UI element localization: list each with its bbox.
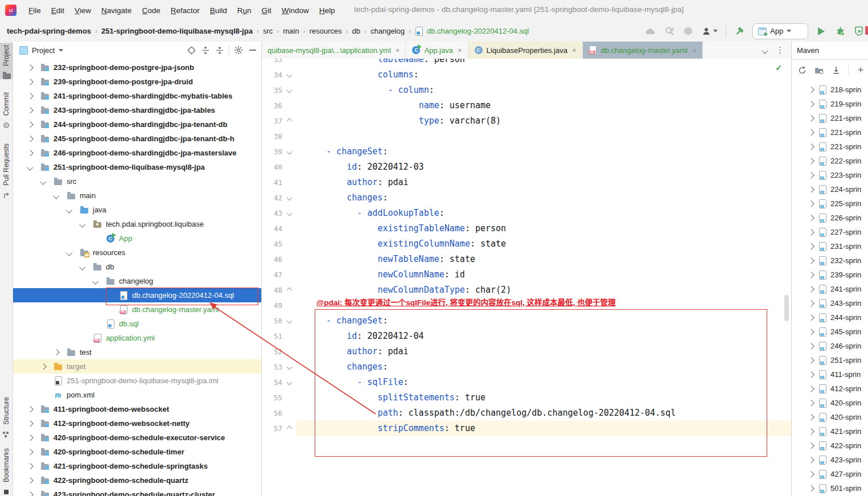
code-line[interactable]: 55 splitStatements: true — [262, 390, 791, 405]
tree-chevron-icon[interactable] — [807, 187, 818, 192]
tab-close-icon[interactable]: × — [572, 46, 577, 55]
code-line[interactable]: 56 path: classpath:/db/changelog/db.chan… — [262, 405, 791, 421]
menu-window[interactable]: Window — [277, 6, 314, 15]
code-line[interactable]: 43 - addLookupTable: — [262, 206, 791, 221]
fold-marker-icon[interactable] — [282, 88, 296, 92]
maven-reimport-icon[interactable] — [797, 65, 807, 75]
tab-close-icon[interactable]: × — [396, 46, 400, 55]
tree-chevron-icon[interactable] — [26, 80, 40, 84]
maven-add-project-icon[interactable]: + — [855, 65, 866, 75]
tree-chevron-icon[interactable] — [807, 244, 818, 249]
tree-item[interactable]: 241-springboot-demo-shardingjdbc-mybatis… — [13, 89, 261, 103]
tree-chevron-icon[interactable] — [26, 165, 40, 170]
tree-item[interactable]: 243-springboot-demo-shardingjdbc-jpa-tab… — [13, 103, 261, 117]
code-line[interactable]: 34 columns: — [262, 67, 791, 83]
editor-scrollbar[interactable] — [784, 295, 789, 321]
tree-chevron-icon[interactable] — [807, 287, 818, 292]
tree-chevron-icon[interactable] — [807, 401, 818, 405]
code-line[interactable]: 45 existingColumnName: state — [262, 236, 791, 252]
maven-module-row[interactable]: m232-sprin — [792, 253, 868, 268]
inspection-ok-checkmark-icon[interactable]: ✓ — [775, 63, 782, 72]
tree-chevron-icon[interactable] — [52, 350, 67, 355]
tree-item[interactable]: 232-springboot-demo-postgre-jpa-jsonb — [13, 60, 261, 75]
tree-chevron-icon[interactable] — [78, 222, 93, 227]
tree-item[interactable]: target — [13, 359, 261, 374]
run-button[interactable] — [816, 26, 827, 37]
tree-item[interactable]: 421-springboot-demo-schedule-springtasks — [13, 459, 261, 473]
tree-chevron-icon[interactable] — [26, 464, 40, 469]
toolwindow-button-bookmarks[interactable]: Bookmarks — [0, 446, 13, 495]
tree-chevron-icon[interactable] — [26, 108, 40, 113]
tab-close-icon[interactable]: × — [458, 46, 462, 55]
code-editor[interactable]: 33 tableName: person34 columns:35 - colu… — [262, 59, 791, 496]
code-line[interactable]: 38 — [262, 129, 791, 144]
tree-item[interactable]: YMLapplication.yml — [13, 331, 261, 345]
fold-marker-icon[interactable] — [282, 288, 296, 292]
tree-item[interactable]: db.changelog-20220412-04.sql — [13, 288, 261, 302]
tree-chevron-icon[interactable] — [65, 208, 80, 212]
code-line[interactable]: 50 - changeSet: — [262, 313, 791, 329]
coverage-shield-icon[interactable] — [853, 26, 865, 37]
tree-chevron-icon[interactable] — [26, 436, 40, 440]
tree-item[interactable]: mpom.xml — [13, 388, 261, 402]
maven-module-row[interactable]: m501-sprin — [792, 481, 868, 495]
code-line[interactable]: 47 newColumnName: id — [262, 267, 791, 282]
user-account-icon[interactable] — [701, 26, 718, 37]
maven-module-row[interactable]: m246-sprin — [792, 339, 868, 353]
tree-chevron-icon[interactable] — [807, 486, 818, 491]
maven-module-row[interactable]: m223-sprin — [792, 168, 868, 182]
run-configuration-combo[interactable]: App — [752, 23, 808, 39]
tree-item[interactable]: src — [13, 174, 261, 188]
tree-chevron-icon[interactable] — [807, 259, 818, 263]
tree-chevron-icon[interactable] — [807, 372, 818, 377]
tree-item[interactable]: CApp — [13, 231, 261, 245]
tree-chevron-icon[interactable] — [807, 102, 818, 106]
tree-item[interactable]: 420-springboot-demo-schedule-timer — [13, 445, 261, 459]
code-line[interactable]: 40 id: 20220412-03 — [262, 159, 791, 175]
tree-item[interactable]: resources — [13, 245, 261, 260]
maven-module-row[interactable]: m241-sprin — [792, 282, 868, 296]
tree-item[interactable]: db — [13, 260, 261, 274]
tree-chevron-icon[interactable] — [807, 330, 818, 334]
toolwindow-button-pull-requests[interactable]: Pull Requests — [0, 141, 13, 199]
code-line[interactable]: 37 type: varchar(8) — [262, 113, 791, 129]
maven-generate-sources-icon[interactable] — [814, 65, 824, 75]
tree-chevron-icon[interactable] — [807, 387, 818, 391]
project-view-caret-icon[interactable] — [59, 49, 63, 52]
tree-chevron-icon[interactable] — [52, 194, 67, 198]
tree-chevron-icon[interactable] — [26, 450, 40, 454]
breadcrumb-item[interactable]: changelog — [371, 27, 405, 35]
maven-module-row[interactable]: m427-sprin — [792, 467, 868, 481]
menu-refactor[interactable]: Refactor — [166, 6, 205, 15]
tree-chevron-icon[interactable] — [26, 478, 40, 483]
tree-item[interactable]: 422-springboot-demo-schedule-quartz — [13, 473, 261, 487]
tree-chevron-icon[interactable] — [807, 116, 818, 121]
menu-run[interactable]: Run — [232, 6, 257, 15]
tree-chevron-icon[interactable] — [26, 151, 40, 155]
debug-button[interactable] — [834, 26, 846, 37]
tree-item[interactable]: 411-springboot-demo-websocket — [13, 402, 261, 416]
tree-item[interactable]: 420-springboot-demo-schedule-executor-se… — [13, 431, 261, 445]
maven-module-row[interactable]: m224-sprin — [792, 182, 868, 196]
menu-build[interactable]: Build — [205, 6, 232, 15]
code-line[interactable]: 52 author: pdai — [262, 344, 791, 359]
tree-item[interactable]: 245-springboot-demo-shardingjdbc-jpa-ten… — [13, 132, 261, 146]
tab-list-chevron-icon[interactable] — [763, 46, 767, 55]
tree-chevron-icon[interactable] — [807, 173, 818, 178]
settings-gear-icon[interactable] — [233, 45, 244, 55]
breadcrumb-item[interactable]: resources — [309, 27, 342, 35]
code-line[interactable]: 57 stripComments: true — [262, 421, 791, 436]
tree-chevron-icon[interactable] — [807, 230, 818, 235]
editor-tab[interactable]: YMLdb.changelog-master.yaml× — [583, 42, 703, 59]
maven-module-row[interactable]: m225-sprin — [792, 196, 868, 211]
fold-marker-icon[interactable] — [282, 196, 296, 200]
maven-module-row[interactable]: m222-sprin — [792, 154, 868, 168]
tree-chevron-icon[interactable] — [807, 202, 818, 206]
build-hammer-icon[interactable] — [734, 26, 745, 37]
tree-chevron-icon[interactable] — [807, 472, 818, 477]
toolwindow-button-project[interactable]: Project — [0, 43, 13, 79]
tree-chevron-icon[interactable] — [807, 315, 818, 320]
code-line[interactable]: 42 changes: — [262, 190, 791, 206]
tree-item[interactable]: 244-springboot-demo-shardingjdbc-jpa-ten… — [13, 117, 261, 132]
tree-item[interactable]: 251-springboot-demo-liquibase-mysql8-jpa… — [13, 374, 261, 388]
